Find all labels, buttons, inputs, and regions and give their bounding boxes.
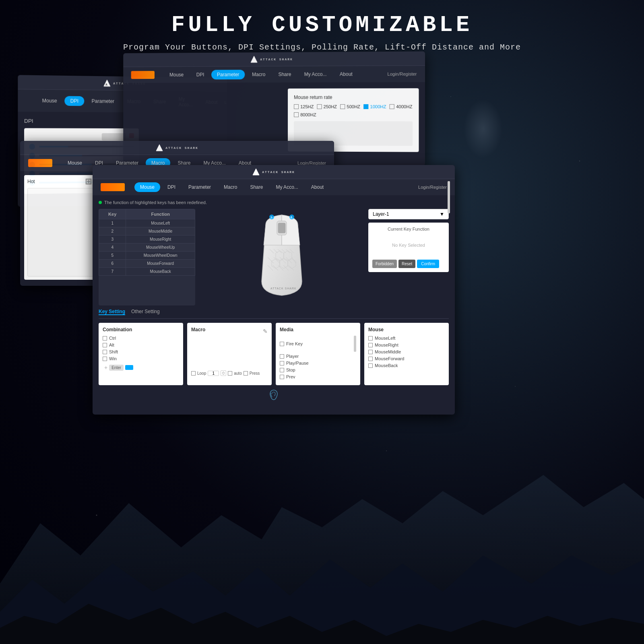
- layer-dropdown-icon: ▼: [440, 211, 444, 217]
- layer-select[interactable]: Layer-1 ▼: [368, 209, 449, 219]
- param-cb-500[interactable]: 500HZ: [340, 104, 360, 109]
- param-cb-125-label: 125HZ: [300, 104, 314, 109]
- key-table: Key Function 1MouseLeft 2MouseMiddle 3Mo…: [99, 209, 195, 305]
- mouse-right[interactable]: MouseRight: [368, 343, 445, 347]
- key-num: 3: [99, 235, 126, 244]
- mouse-middle[interactable]: MouseMiddle: [368, 349, 445, 354]
- mouse-app-logo: ATTACK SHARK: [252, 168, 295, 175]
- mouse-left[interactable]: MouseLeft: [368, 336, 445, 341]
- mouse-nav-about[interactable]: About: [305, 182, 329, 192]
- macro-loop-input[interactable]: [208, 371, 219, 376]
- svg-text:2: 2: [291, 216, 292, 219]
- param-nav-bar: Mouse DPI Parameter Macro Share My Acco.…: [123, 66, 425, 83]
- media-play-pause[interactable]: Play/Pause: [280, 361, 356, 365]
- confirm-button[interactable]: Confirm: [417, 260, 439, 268]
- combination-panel: Combination Ctrl Alt Shift Win + Enter: [99, 323, 183, 385]
- dpi-nav-dpi[interactable]: DPI: [64, 96, 84, 106]
- media-prev[interactable]: Prev: [280, 374, 356, 379]
- param-nav-account[interactable]: My Acco...: [299, 69, 332, 79]
- table-row[interactable]: 5MouseWheelDown: [99, 252, 195, 260]
- svg-text:ATTACK SHARK: ATTACK SHARK: [270, 287, 297, 290]
- key-num: 2: [99, 227, 126, 235]
- macro-edit-icon[interactable]: ✎: [263, 328, 268, 334]
- key-func: MouseWheelUp: [126, 244, 195, 252]
- macro-panel: Macro ✎ Loop auto Press: [187, 323, 272, 385]
- mouse-panel-scrollbar[interactable]: [448, 181, 450, 213]
- forbidden-button[interactable]: Forbidden: [372, 260, 397, 268]
- mouse-image-area: 1 2: [201, 209, 362, 305]
- col-function: Function: [126, 209, 195, 219]
- hint-dot: [99, 201, 102, 204]
- svg-marker-12: [253, 169, 259, 175]
- macro-icon-1[interactable]: [85, 178, 92, 185]
- param-cb-8000[interactable]: 8000HZ: [294, 112, 316, 117]
- table-row[interactable]: 4MouseWheelUp: [99, 244, 195, 252]
- media-panel: Media Fire Key Player Play/Pause Stop Pr…: [276, 323, 360, 385]
- key-num: 5: [99, 252, 126, 260]
- mouse-nav-mouse[interactable]: Mouse: [134, 182, 160, 192]
- param-nav-parameter[interactable]: Parameter: [211, 70, 245, 79]
- table-row[interactable]: 1MouseLeft: [99, 219, 195, 227]
- param-nav-brand: [131, 71, 155, 79]
- mouse-hint-text: The function of highlighted keys has bee…: [104, 200, 207, 205]
- param-cb-1000[interactable]: 1000HZ: [363, 104, 386, 109]
- param-nav-share[interactable]: Share: [272, 70, 297, 79]
- press-checkbox[interactable]: [244, 371, 248, 376]
- mouse-nav-share[interactable]: Share: [244, 182, 268, 192]
- reset-button[interactable]: Reset: [398, 260, 415, 268]
- auto-label: auto: [234, 371, 242, 376]
- macro-loop-row: Loop auto Press: [191, 370, 268, 376]
- param-cb-1000-label: 1000HZ: [370, 104, 386, 109]
- param-cb-250[interactable]: 250HZ: [317, 104, 337, 109]
- loop-stepper[interactable]: [221, 370, 226, 376]
- param-nav-dpi[interactable]: DPI: [191, 70, 210, 80]
- mouse-nav-parameter[interactable]: Parameter: [183, 182, 217, 192]
- media-fire-key[interactable]: Fire Key: [280, 336, 356, 352]
- svg-marker-6: [156, 144, 163, 151]
- macro-nav-mouse[interactable]: Mouse: [62, 158, 88, 168]
- table-row[interactable]: 2MouseMiddle: [99, 227, 195, 235]
- scrollbar[interactable]: [354, 336, 356, 352]
- mouse-back[interactable]: MouseBack: [368, 363, 445, 368]
- cb-shift[interactable]: Shift: [103, 349, 179, 354]
- auto-checkbox[interactable]: [228, 371, 232, 376]
- table-row[interactable]: 6MouseForward: [99, 260, 195, 268]
- cb-alt[interactable]: Alt: [103, 343, 179, 347]
- layer-label: Layer-1: [373, 211, 389, 217]
- mouse-panel-title: Mouse: [368, 327, 445, 332]
- loop-checkbox[interactable]: [191, 371, 196, 376]
- header-section: FULLY CUSTOMIZABLE Program Your Buttons,…: [0, 12, 644, 52]
- media-title: Media: [280, 327, 356, 332]
- param-cb-4000[interactable]: 4000HZ: [390, 104, 413, 109]
- tab-key-setting[interactable]: Key Setting: [99, 309, 125, 315]
- cb-ctrl[interactable]: Ctrl: [103, 336, 179, 341]
- dpi-nav-mouse[interactable]: Mouse: [36, 96, 63, 106]
- macro-nav-brand: [28, 159, 52, 167]
- key-func: MouseRight: [126, 235, 195, 244]
- fingerprint-area: [99, 389, 449, 402]
- media-stop[interactable]: Stop: [280, 367, 356, 372]
- param-cb-250-label: 250HZ: [324, 104, 337, 109]
- mouse-nav-dpi[interactable]: DPI: [162, 182, 181, 192]
- fingerprint-icon: [269, 389, 279, 400]
- table-row[interactable]: 7MouseBack: [99, 268, 195, 276]
- param-nav-about[interactable]: About: [334, 69, 358, 79]
- combination-title: Combination: [103, 327, 179, 332]
- cb-win[interactable]: Win: [103, 356, 179, 361]
- mouse-nav-macro[interactable]: Macro: [218, 182, 243, 192]
- param-login-link[interactable]: Login/Register: [387, 72, 417, 76]
- table-row[interactable]: 3MouseRight: [99, 235, 195, 244]
- dpi-nav-parameter[interactable]: Parameter: [86, 96, 120, 106]
- macro-brand-text: ATTACK SHARK: [165, 146, 198, 150]
- no-key-selected: No Key Selected: [372, 235, 445, 256]
- param-nav-mouse[interactable]: Mouse: [164, 70, 189, 80]
- svg-marker-5: [251, 56, 257, 62]
- mouse-nav-account[interactable]: My Acco...: [270, 182, 303, 192]
- mouse-forward[interactable]: MouseForward: [368, 356, 445, 361]
- mouse-login-link[interactable]: Login/Register: [418, 185, 447, 190]
- param-cb-125[interactable]: 125HZ: [294, 104, 314, 109]
- media-player[interactable]: Player: [280, 354, 356, 359]
- param-nav-macro[interactable]: Macro: [246, 70, 271, 79]
- tab-other-setting[interactable]: Other Setting: [131, 309, 160, 315]
- plus-icon: +: [104, 364, 107, 371]
